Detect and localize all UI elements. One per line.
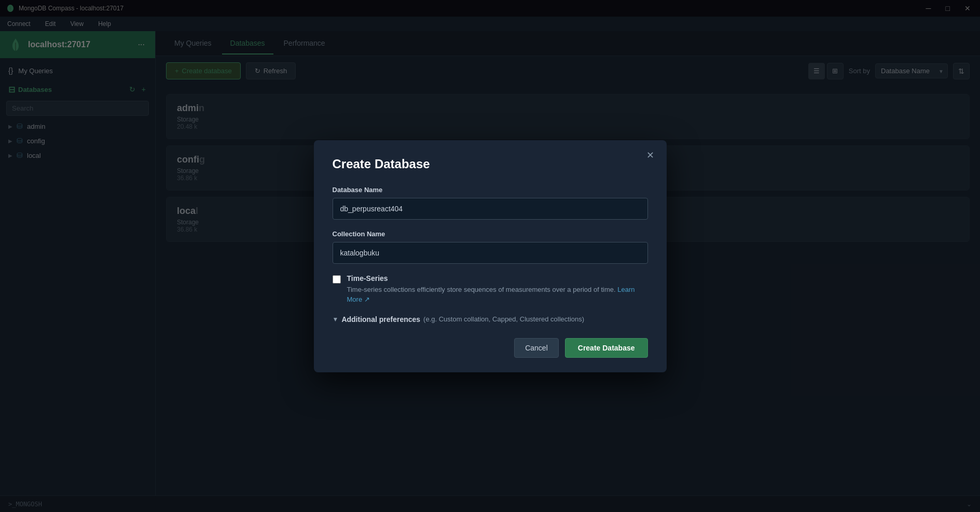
db-name-label: Database Name: [333, 186, 648, 194]
db-name-input[interactable]: [333, 198, 648, 220]
modal-title: Create Database: [333, 157, 648, 171]
modal-close-button[interactable]: ✕: [644, 149, 656, 162]
timeseries-checkbox[interactable]: [333, 275, 341, 284]
timeseries-desc: Time-series collections efficiently stor…: [347, 286, 635, 304]
create-database-modal: ✕ Create Database Database Name Collecti…: [314, 140, 667, 372]
timeseries-label: Time-Series: [347, 274, 648, 282]
create-database-button[interactable]: Create Database: [565, 338, 648, 358]
learn-more-link[interactable]: Learn More ↗: [347, 286, 635, 304]
additional-preferences-toggle[interactable]: ▼ Additional preferences (e.g. Custom co…: [333, 315, 648, 324]
collection-name-input[interactable]: [333, 242, 648, 264]
collection-name-label: Collection Name: [333, 230, 648, 238]
timeseries-content: Time-Series Time-series collections effi…: [347, 274, 648, 305]
chevron-down-icon: ▼: [333, 316, 339, 323]
cancel-button[interactable]: Cancel: [514, 338, 559, 358]
additional-prefs-sub: (e.g. Custom collation, Capped, Clustere…: [423, 315, 584, 323]
modal-overlay: ✕ Create Database Database Name Collecti…: [0, 0, 980, 512]
additional-prefs-label: Additional preferences: [341, 315, 420, 324]
modal-actions: Cancel Create Database: [333, 338, 648, 358]
timeseries-row: Time-Series Time-series collections effi…: [333, 274, 648, 305]
